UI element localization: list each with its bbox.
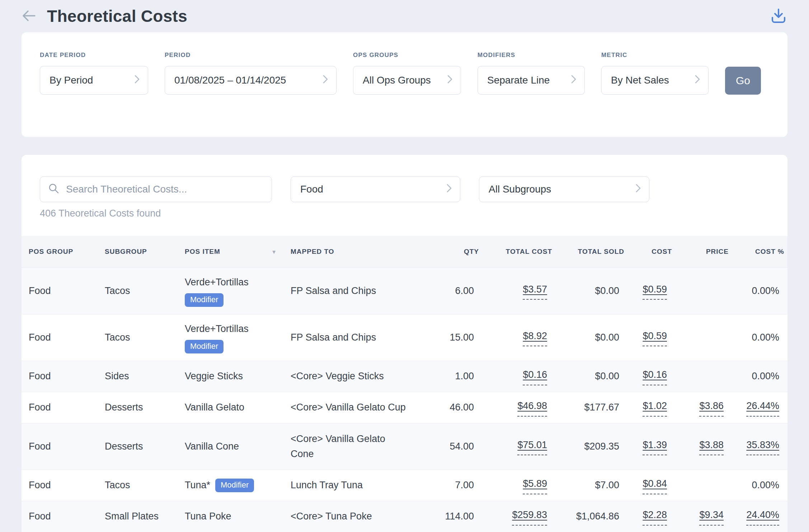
column-header-mapped-to[interactable]: MAPPED TO <box>291 248 411 256</box>
cell-cost: $1.39 <box>624 438 672 456</box>
filter-label: PERIOD <box>165 52 337 59</box>
chevron-right-icon <box>635 183 641 196</box>
go-button[interactable]: Go <box>725 67 761 95</box>
table-row: Food Desserts Vanilla Gelato <Core> Vani… <box>22 392 787 423</box>
tooltip-value[interactable]: 35.83% <box>746 438 779 456</box>
search-icon <box>48 183 60 196</box>
column-header-qty[interactable]: QTY <box>411 248 479 256</box>
date-period-select[interactable]: By Period <box>40 66 148 95</box>
tooltip-value[interactable]: 26.44% <box>746 399 779 417</box>
cell-total-cost: $259.83 <box>479 508 552 526</box>
cell-subgroup: Tacos <box>105 478 185 493</box>
cell-pos-group: Food <box>29 284 105 299</box>
tooltip-value[interactable]: $9.34 <box>699 508 724 526</box>
modifiers-value: Separate Line <box>487 75 550 86</box>
cell-cost-pct: 0.00% <box>729 330 784 345</box>
date-period-value: By Period <box>50 75 93 86</box>
filter-date-period: DATE PERIOD By Period <box>40 52 148 95</box>
tooltip-value[interactable]: $259.83 <box>512 508 547 526</box>
chevron-right-icon <box>695 74 700 87</box>
cell-total-sold: $1,064.86 <box>552 509 624 524</box>
tooltip-value[interactable]: $75.01 <box>517 438 547 456</box>
metric-select[interactable]: By Net Sales <box>601 66 709 95</box>
cell-subgroup: Sides <box>105 369 185 384</box>
tooltip-value[interactable]: $0.16 <box>523 367 547 385</box>
cell-pos-group: Food <box>29 509 105 524</box>
table-row: Food Small Plates Tuna Poke <Core> Tuna … <box>22 501 787 532</box>
ops-groups-select[interactable]: All Ops Groups <box>353 66 461 95</box>
cell-price: $9.34 <box>672 508 729 526</box>
tooltip-value[interactable]: $3.88 <box>699 438 724 456</box>
cell-cost: $1.02 <box>624 399 672 417</box>
column-header-price[interactable]: PRICE <box>672 248 729 256</box>
cell-total-cost: $3.57 <box>479 282 552 300</box>
cell-cost-pct: 24.40% <box>729 508 784 526</box>
filter-metric: METRIC By Net Sales <box>601 52 709 95</box>
tooltip-value[interactable]: $2.28 <box>643 508 667 526</box>
chevron-right-icon <box>134 74 140 87</box>
tooltip-value[interactable]: $3.57 <box>523 282 547 300</box>
search-input[interactable] <box>66 184 264 195</box>
column-header-total-cost[interactable]: TOTAL COST <box>479 248 552 256</box>
modifiers-select[interactable]: Separate Line <box>478 66 585 95</box>
cell-mapped-to: FP Salsa and Chips <box>291 284 411 299</box>
period-value: 01/08/2025 – 01/14/2025 <box>174 75 286 86</box>
cell-total-cost: $46.98 <box>479 399 552 417</box>
modifier-badge: Modifier <box>185 340 224 353</box>
cell-total-cost: $0.16 <box>479 367 552 385</box>
cell-mapped-to: <Core> Vanilla Gelato Cone <box>291 432 411 462</box>
filter-ops-groups: OPS GROUPS All Ops Groups <box>353 52 461 95</box>
table-row: Food Tacos Verde+Tortillas Modifier FP S… <box>22 314 787 361</box>
column-header-pos-item[interactable]: POS ITEM ▼ <box>185 248 291 256</box>
modifier-badge: Modifier <box>215 479 254 492</box>
period-select[interactable]: 01/08/2025 – 01/14/2025 <box>165 66 337 95</box>
sort-descending-icon: ▼ <box>271 249 277 255</box>
cell-total-cost: $75.01 <box>479 438 552 456</box>
back-button[interactable] <box>20 7 38 25</box>
column-header-pos-group[interactable]: POS GROUP <box>29 248 105 256</box>
chevron-right-icon <box>323 74 328 87</box>
cell-cost-pct: 0.00% <box>729 369 784 384</box>
chevron-right-icon <box>571 74 577 87</box>
tooltip-value[interactable]: $0.84 <box>643 476 667 494</box>
tooltip-value[interactable]: $0.59 <box>643 329 667 347</box>
cell-pos-item: Veggie Sticks <box>185 369 291 384</box>
page-title: Theoretical Costs <box>47 6 187 26</box>
cell-qty: 46.00 <box>411 400 479 415</box>
table-header-row: POS GROUP SUBGROUP POS ITEM ▼ MAPPED TO … <box>22 236 787 267</box>
cell-cost-pct: 0.00% <box>729 478 784 493</box>
group-filter-select[interactable]: Food <box>291 176 460 202</box>
cell-qty: 7.00 <box>411 478 479 493</box>
tooltip-value[interactable]: $0.59 <box>643 282 667 300</box>
tooltip-value[interactable]: $1.39 <box>643 438 667 456</box>
cell-cost: $0.59 <box>624 329 672 347</box>
cell-cost: $0.59 <box>624 282 672 300</box>
cell-pos-item: Tuna Poke <box>185 509 291 524</box>
tooltip-value[interactable]: 24.40% <box>746 508 779 526</box>
cell-mapped-to: FP Salsa and Chips <box>291 330 411 345</box>
tooltip-value[interactable]: $3.86 <box>699 399 724 417</box>
cell-subgroup: Small Plates <box>105 509 185 524</box>
filter-label: DATE PERIOD <box>40 52 148 59</box>
arrow-left-icon <box>20 8 37 25</box>
cell-subgroup: Desserts <box>105 400 185 415</box>
download-button[interactable] <box>769 6 788 26</box>
column-header-subgroup[interactable]: SUBGROUP <box>105 248 185 256</box>
cell-total-sold: $0.00 <box>552 284 624 299</box>
group-filter-value: Food <box>300 184 323 195</box>
cell-mapped-to: <Core> Veggie Sticks <box>291 369 411 384</box>
column-header-total-sold[interactable]: TOTAL SOLD <box>552 248 624 256</box>
filter-modifiers: MODIFIERS Separate Line <box>478 52 585 95</box>
tooltip-value[interactable]: $46.98 <box>517 399 547 417</box>
subgroup-filter-select[interactable]: All Subgroups <box>479 176 649 202</box>
column-header-cost-pct[interactable]: COST % <box>729 248 784 256</box>
cell-pos-group: Food <box>29 478 105 493</box>
search-box <box>40 176 272 202</box>
tooltip-value[interactable]: $0.16 <box>643 367 667 385</box>
tooltip-value[interactable]: $1.02 <box>643 399 667 417</box>
column-header-cost[interactable]: COST <box>624 248 672 256</box>
cell-pos-item: Vanilla Gelato <box>185 400 291 415</box>
cell-cost-pct: 35.83% <box>729 438 784 456</box>
tooltip-value[interactable]: $8.92 <box>523 329 547 347</box>
tooltip-value[interactable]: $5.89 <box>523 476 547 494</box>
